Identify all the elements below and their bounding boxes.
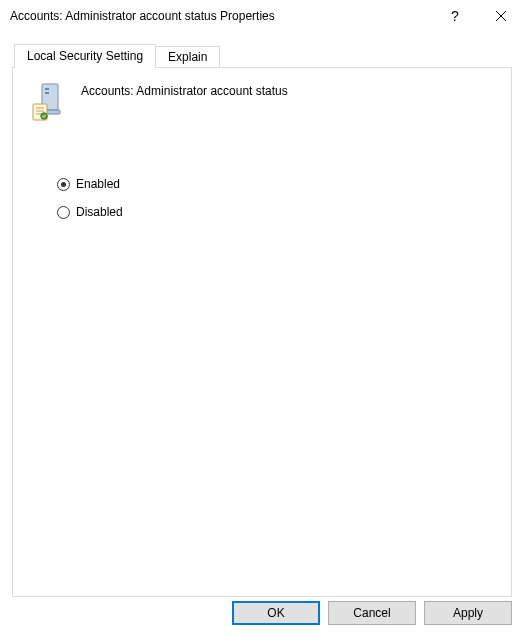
tab-panel: Accounts: Administrator account status E… [12, 67, 512, 597]
radio-button-icon [57, 206, 70, 219]
help-icon: ? [451, 8, 459, 24]
radio-label: Disabled [76, 205, 123, 219]
radio-label: Enabled [76, 177, 120, 191]
tab-label: Explain [168, 50, 207, 64]
svg-rect-5 [45, 92, 49, 94]
button-label: Cancel [353, 606, 390, 620]
radio-enabled[interactable]: Enabled [57, 177, 493, 191]
button-label: Apply [453, 606, 483, 620]
client-area: Local Security Setting Explain Accounts:… [0, 32, 524, 590]
tab-label: Local Security Setting [27, 49, 143, 63]
radio-group: Enabled Disabled [57, 177, 493, 219]
help-button[interactable]: ? [432, 0, 478, 32]
tabstrip: Local Security Setting Explain [14, 44, 512, 67]
tab-explain[interactable]: Explain [156, 46, 220, 67]
svg-rect-4 [45, 88, 49, 90]
policy-header: Accounts: Administrator account status [31, 82, 493, 122]
titlebar: Accounts: Administrator account status P… [0, 0, 524, 32]
cancel-button[interactable]: Cancel [328, 601, 416, 625]
policy-name: Accounts: Administrator account status [81, 82, 288, 98]
close-icon [496, 11, 506, 21]
tab-local-security-setting[interactable]: Local Security Setting [14, 44, 156, 68]
apply-button[interactable]: Apply [424, 601, 512, 625]
window-title: Accounts: Administrator account status P… [10, 9, 432, 23]
close-button[interactable] [478, 0, 524, 32]
ok-button[interactable]: OK [232, 601, 320, 625]
radio-button-icon [57, 178, 70, 191]
radio-disabled[interactable]: Disabled [57, 205, 493, 219]
policy-server-icon [31, 82, 67, 122]
button-label: OK [267, 606, 284, 620]
